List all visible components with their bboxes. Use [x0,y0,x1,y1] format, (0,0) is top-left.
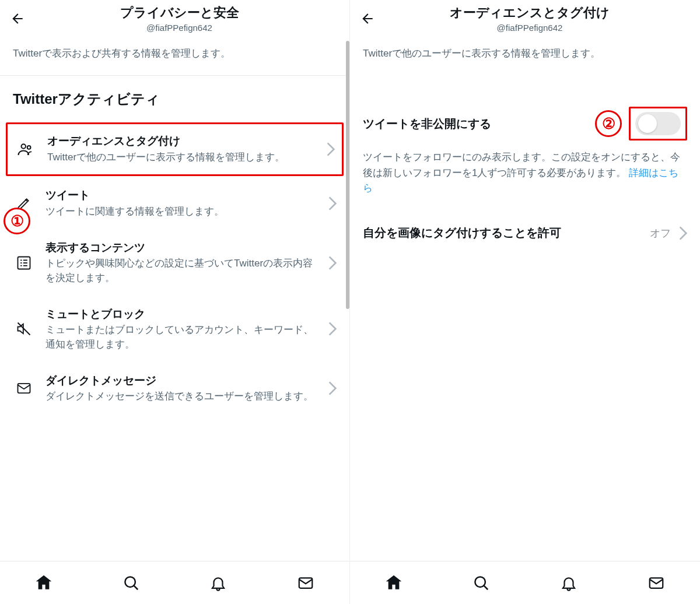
svg-point-11 [125,577,135,587]
item-title: 表示するコンテンツ [46,240,318,256]
people-icon [15,141,37,158]
page-title: プライバシーと安全 [40,5,319,22]
protect-tweets-setting: ツイートを非公開にする ② ツイートをフォロワーにのみ表示します。この設定をオン… [350,93,700,196]
back-arrow-icon [10,11,25,26]
home-icon [34,574,53,592]
item-desc: トピックや興味関心などの設定に基づいてTwitterの表示内容を決定します。 [46,257,318,285]
back-arrow-icon [360,11,375,26]
audience-tagging-panel: オーディエンスとタグ付け @fiafPPefign642 Twitterで他のユ… [350,0,700,604]
bell-icon [209,574,227,592]
chevron-right-icon [328,381,337,395]
svg-line-15 [484,585,488,589]
envelope-icon [13,380,35,396]
tab-notifications[interactable] [557,571,580,595]
list-item-mute-block[interactable]: ミュートとブロック ミュートまたはブロックしているアカウント、キーワード、通知を… [0,296,349,363]
list-item-tweets[interactable]: ツイート ツイートに関連する情報を管理します。 [0,177,349,230]
toggle-highlight [629,107,687,141]
chevron-right-icon [328,196,337,210]
item-desc: ダイレクトメッセージを送信できるユーザーを管理します。 [46,389,318,404]
toggle-thumb [638,114,657,133]
svg-line-12 [134,585,138,589]
item-title: ツイート [46,188,318,203]
photo-tagging-item[interactable]: 自分を画像にタグ付けすることを許可 オフ [350,208,700,258]
tab-messages[interactable] [645,571,668,595]
page-title: オーディエンスとタグ付け [390,5,670,22]
item-desc: Twitterで他のユーザーに表示する情報を管理します。 [47,150,316,165]
tab-messages[interactable] [294,571,317,595]
photo-tagging-value: オフ [650,226,671,240]
header: オーディエンスとタグ付け @fiafPPefign642 [350,0,700,36]
svg-rect-10 [18,384,30,393]
handle: @fiafPPefign642 [40,23,319,33]
bell-icon [560,574,578,592]
protect-tweets-toggle[interactable] [635,112,681,135]
photo-tagging-label: 自分を画像にタグ付けすることを許可 [363,225,642,241]
item-desc: ミュートまたはブロックしているアカウント、キーワード、通知を管理します。 [46,323,318,352]
privacy-safety-panel: プライバシーと安全 @fiafPPefign642 Twitterで表示および共… [0,0,350,604]
header: プライバシーと安全 @fiafPPefign642 [0,0,349,36]
protect-tweets-label: ツイートを非公開にする [363,116,588,132]
svg-point-14 [475,577,485,587]
tab-notifications[interactable] [206,571,230,595]
search-icon [123,574,140,592]
svg-line-9 [18,323,30,335]
page-description: Twitterで他のユーザーに表示する情報を管理します。 [350,36,700,76]
scrollbar[interactable] [346,41,349,309]
item-title: ダイレクトメッセージ [46,373,318,389]
item-desc: ツイートに関連する情報を管理します。 [46,205,318,219]
envelope-icon [648,574,665,592]
list-item-content-you-see[interactable]: 表示するコンテンツ トピックや興味関心などの設定に基づいてTwitterの表示内… [0,230,349,296]
list-item-audience-tagging[interactable]: オーディエンスとタグ付け Twitterで他のユーザーに表示する情報を管理します… [6,122,344,175]
item-title: ミュートとブロック [46,307,318,322]
page-description: Twitterで表示および共有する情報を管理します。 [0,36,349,76]
tab-home[interactable] [382,571,405,595]
tab-bar [0,561,349,604]
back-button[interactable] [7,8,28,29]
list-box-icon [13,255,35,271]
chevron-right-icon [327,142,335,156]
handle: @fiafPPefign642 [390,23,670,33]
annotation-2: ② [595,110,622,137]
protect-tweets-desc: ツイートをフォロワーにのみ表示します。この設定をオンにすると、今後は新しいフォロ… [363,150,687,196]
svg-point-0 [22,144,26,149]
svg-point-1 [27,146,31,149]
search-icon [473,574,490,592]
back-button[interactable] [357,8,378,29]
annotation-1: ① [4,208,30,234]
tab-home[interactable] [32,571,55,595]
list-item-direct-messages[interactable]: ダイレクトメッセージ ダイレクトメッセージを送信できるユーザーを管理します。 [0,362,349,415]
chevron-right-icon [679,226,687,240]
mute-icon [13,321,35,337]
tab-search[interactable] [120,571,143,595]
tab-bar [350,561,700,604]
tab-search[interactable] [470,571,493,595]
item-title: オーディエンスとタグ付け [47,134,316,149]
home-icon [384,574,403,592]
envelope-icon [297,574,314,592]
chevron-right-icon [328,256,337,270]
settings-list: オーディエンスとタグ付け Twitterで他のユーザーに表示する情報を管理します… [0,121,349,561]
section-title: Twitterアクティビティ [0,76,349,121]
chevron-right-icon [328,322,337,336]
